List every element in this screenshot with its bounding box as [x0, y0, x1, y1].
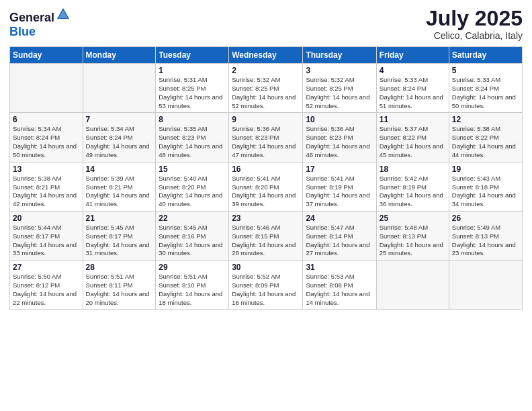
- day-number: 31: [306, 263, 373, 272]
- day-info: Sunrise: 5:49 AM Sunset: 8:13 PM Dayligh…: [452, 224, 519, 258]
- calendar-week-1: 1Sunrise: 5:31 AM Sunset: 8:25 PM Daylig…: [10, 64, 523, 113]
- calendar-cell: 3Sunrise: 5:32 AM Sunset: 8:25 PM Daylig…: [303, 64, 376, 113]
- calendar-cell: 20Sunrise: 5:44 AM Sunset: 8:17 PM Dayli…: [10, 211, 83, 260]
- day-number: 22: [159, 214, 226, 223]
- day-number: 18: [380, 165, 446, 174]
- calendar-cell: 8Sunrise: 5:35 AM Sunset: 8:23 PM Daylig…: [156, 113, 229, 162]
- day-info: Sunrise: 5:37 AM Sunset: 8:22 PM Dayligh…: [380, 125, 446, 159]
- day-info: Sunrise: 5:44 AM Sunset: 8:17 PM Dayligh…: [13, 224, 80, 258]
- calendar-week-4: 20Sunrise: 5:44 AM Sunset: 8:17 PM Dayli…: [10, 211, 523, 260]
- day-number: 23: [232, 214, 300, 223]
- day-info: Sunrise: 5:36 AM Sunset: 8:23 PM Dayligh…: [232, 125, 300, 159]
- day-info: Sunrise: 5:52 AM Sunset: 8:09 PM Dayligh…: [232, 273, 300, 307]
- day-number: 5: [452, 66, 519, 75]
- day-number: 1: [159, 66, 226, 75]
- header-friday: Friday: [376, 47, 449, 64]
- calendar-cell: 9Sunrise: 5:36 AM Sunset: 8:23 PM Daylig…: [229, 113, 303, 162]
- day-info: Sunrise: 5:40 AM Sunset: 8:20 PM Dayligh…: [159, 175, 226, 209]
- logo: General Blue: [9, 7, 71, 39]
- day-number: 14: [86, 165, 153, 174]
- day-info: Sunrise: 5:53 AM Sunset: 8:08 PM Dayligh…: [306, 273, 373, 307]
- day-number: 30: [232, 263, 300, 272]
- day-info: Sunrise: 5:38 AM Sunset: 8:21 PM Dayligh…: [13, 175, 80, 209]
- calendar-cell: 16Sunrise: 5:41 AM Sunset: 8:20 PM Dayli…: [229, 162, 303, 211]
- day-info: Sunrise: 5:32 AM Sunset: 8:25 PM Dayligh…: [232, 76, 300, 110]
- weekday-header-row: Sunday Monday Tuesday Wednesday Thursday…: [10, 47, 523, 64]
- calendar-cell: 14Sunrise: 5:39 AM Sunset: 8:21 PM Dayli…: [83, 162, 156, 211]
- month-year: July 2025: [426, 7, 523, 30]
- day-number: 28: [86, 263, 153, 272]
- day-info: Sunrise: 5:33 AM Sunset: 8:24 PM Dayligh…: [452, 76, 519, 110]
- day-info: Sunrise: 5:35 AM Sunset: 8:23 PM Dayligh…: [159, 125, 226, 159]
- header-wednesday: Wednesday: [229, 47, 303, 64]
- title-block: July 2025 Celico, Calabria, Italy: [426, 7, 523, 41]
- calendar-cell: 23Sunrise: 5:46 AM Sunset: 8:15 PM Dayli…: [229, 211, 303, 260]
- day-info: Sunrise: 5:41 AM Sunset: 8:20 PM Dayligh…: [232, 175, 300, 209]
- header-monday: Monday: [83, 47, 156, 64]
- day-info: Sunrise: 5:45 AM Sunset: 8:16 PM Dayligh…: [159, 224, 226, 258]
- calendar-cell: 22Sunrise: 5:45 AM Sunset: 8:16 PM Dayli…: [156, 211, 229, 260]
- day-number: 13: [13, 165, 80, 174]
- calendar-table: Sunday Monday Tuesday Wednesday Thursday…: [9, 46, 523, 310]
- day-number: 6: [13, 115, 80, 124]
- day-info: Sunrise: 5:50 AM Sunset: 8:12 PM Dayligh…: [13, 273, 80, 307]
- day-number: 3: [306, 66, 373, 75]
- calendar-cell: 13Sunrise: 5:38 AM Sunset: 8:21 PM Dayli…: [10, 162, 83, 211]
- calendar-cell: 7Sunrise: 5:34 AM Sunset: 8:24 PM Daylig…: [83, 113, 156, 162]
- calendar-cell: 26Sunrise: 5:49 AM Sunset: 8:13 PM Dayli…: [449, 211, 522, 260]
- day-number: 11: [380, 115, 446, 124]
- calendar-cell: 30Sunrise: 5:52 AM Sunset: 8:09 PM Dayli…: [229, 261, 303, 310]
- calendar-cell: [376, 261, 449, 310]
- day-info: Sunrise: 5:45 AM Sunset: 8:17 PM Dayligh…: [86, 224, 153, 258]
- header-sunday: Sunday: [10, 47, 83, 64]
- day-info: Sunrise: 5:33 AM Sunset: 8:24 PM Dayligh…: [380, 76, 446, 110]
- day-info: Sunrise: 5:42 AM Sunset: 8:19 PM Dayligh…: [380, 175, 446, 209]
- day-info: Sunrise: 5:34 AM Sunset: 8:24 PM Dayligh…: [86, 125, 153, 159]
- header: General Blue July 2025 Celico, Calabria,…: [9, 7, 523, 41]
- calendar-cell: 27Sunrise: 5:50 AM Sunset: 8:12 PM Dayli…: [10, 261, 83, 310]
- day-number: 2: [232, 66, 300, 75]
- day-number: 27: [13, 263, 80, 272]
- calendar-cell: 19Sunrise: 5:43 AM Sunset: 8:18 PM Dayli…: [449, 162, 522, 211]
- calendar-cell: 2Sunrise: 5:32 AM Sunset: 8:25 PM Daylig…: [229, 64, 303, 113]
- logo-icon: [56, 7, 71, 21]
- day-number: 21: [86, 214, 153, 223]
- header-tuesday: Tuesday: [156, 47, 229, 64]
- day-info: Sunrise: 5:48 AM Sunset: 8:13 PM Dayligh…: [380, 224, 446, 258]
- calendar-cell: 12Sunrise: 5:38 AM Sunset: 8:22 PM Dayli…: [449, 113, 522, 162]
- day-info: Sunrise: 5:38 AM Sunset: 8:22 PM Dayligh…: [452, 125, 519, 159]
- day-number: 26: [452, 214, 519, 223]
- calendar-week-5: 27Sunrise: 5:50 AM Sunset: 8:12 PM Dayli…: [10, 261, 523, 310]
- calendar-cell: 15Sunrise: 5:40 AM Sunset: 8:20 PM Dayli…: [156, 162, 229, 211]
- calendar-week-2: 6Sunrise: 5:34 AM Sunset: 8:24 PM Daylig…: [10, 113, 523, 162]
- page-container: General Blue July 2025 Celico, Calabria,…: [0, 0, 532, 316]
- calendar-cell: 28Sunrise: 5:51 AM Sunset: 8:11 PM Dayli…: [83, 261, 156, 310]
- day-info: Sunrise: 5:36 AM Sunset: 8:23 PM Dayligh…: [306, 125, 373, 159]
- logo-general: General: [9, 11, 54, 24]
- day-info: Sunrise: 5:47 AM Sunset: 8:14 PM Dayligh…: [306, 224, 373, 258]
- day-info: Sunrise: 5:39 AM Sunset: 8:21 PM Dayligh…: [86, 175, 153, 209]
- calendar-cell: 17Sunrise: 5:41 AM Sunset: 8:19 PM Dayli…: [303, 162, 376, 211]
- header-thursday: Thursday: [303, 47, 376, 64]
- calendar-cell: 10Sunrise: 5:36 AM Sunset: 8:23 PM Dayli…: [303, 113, 376, 162]
- day-number: 10: [306, 115, 373, 124]
- calendar-cell: 1Sunrise: 5:31 AM Sunset: 8:25 PM Daylig…: [156, 64, 229, 113]
- header-saturday: Saturday: [449, 47, 522, 64]
- day-number: 19: [452, 165, 519, 174]
- day-info: Sunrise: 5:31 AM Sunset: 8:25 PM Dayligh…: [159, 76, 226, 110]
- calendar-cell: 25Sunrise: 5:48 AM Sunset: 8:13 PM Dayli…: [376, 211, 449, 260]
- day-info: Sunrise: 5:51 AM Sunset: 8:10 PM Dayligh…: [159, 273, 226, 307]
- logo-blue: Blue: [9, 25, 36, 38]
- day-number: 15: [159, 165, 226, 174]
- day-number: 16: [232, 165, 300, 174]
- day-info: Sunrise: 5:51 AM Sunset: 8:11 PM Dayligh…: [86, 273, 153, 307]
- day-number: 20: [13, 214, 80, 223]
- calendar-cell: 21Sunrise: 5:45 AM Sunset: 8:17 PM Dayli…: [83, 211, 156, 260]
- calendar-cell: 4Sunrise: 5:33 AM Sunset: 8:24 PM Daylig…: [376, 64, 449, 113]
- calendar-cell: [10, 64, 83, 113]
- day-number: 24: [306, 214, 373, 223]
- calendar-cell: 11Sunrise: 5:37 AM Sunset: 8:22 PM Dayli…: [376, 113, 449, 162]
- day-number: 7: [86, 115, 153, 124]
- day-number: 12: [452, 115, 519, 124]
- calendar-cell: 18Sunrise: 5:42 AM Sunset: 8:19 PM Dayli…: [376, 162, 449, 211]
